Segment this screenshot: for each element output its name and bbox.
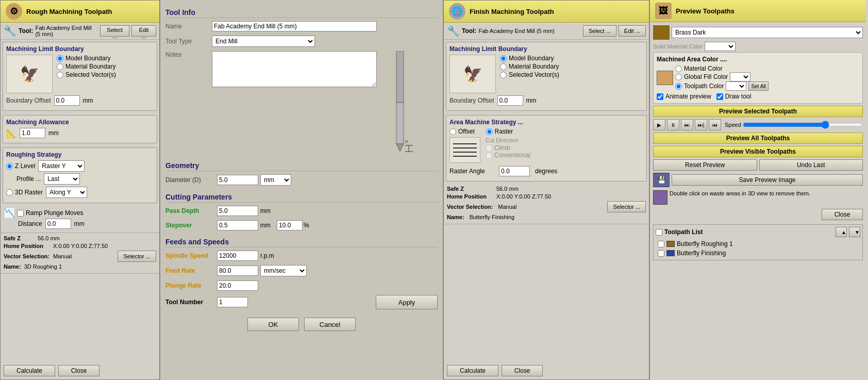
conventional-radio[interactable]: Conventional — [486, 152, 530, 159]
z-level-select[interactable]: Raster YRaster XOffset — [38, 160, 85, 172]
conventional-label: Conventional — [494, 152, 530, 159]
tool-name-input[interactable] — [212, 21, 377, 31]
finish-select-btn[interactable]: Select ... — [583, 25, 616, 37]
finish-boundary-model[interactable]: Model Boundary — [500, 55, 559, 62]
draw-tool-label: Draw tool — [725, 93, 752, 100]
preview-icon: 🖼 — [655, 3, 672, 19]
stepover-pct-symbol: % — [304, 222, 309, 229]
vector-sel-label-left: Vector Selection: — [4, 253, 50, 259]
apply-btn[interactable]: Apply — [376, 295, 438, 309]
finish-close-btn[interactable]: Close — [502, 365, 543, 376]
solid-material-select[interactable] — [705, 42, 736, 51]
pass-depth-input[interactable] — [217, 206, 258, 216]
plunge-input[interactable] — [217, 280, 258, 291]
skip-btn[interactable]: ⏭ — [681, 119, 693, 130]
vector-sel-value-left: Manual — [53, 253, 72, 259]
animate-preview-label: Animate preview — [665, 93, 711, 100]
distance-label: Distance — [18, 220, 42, 227]
boundary-model[interactable]: Model Boundary — [57, 55, 116, 62]
finish-vector-value: Manual — [498, 204, 516, 210]
selector-btn-left[interactable]: Selector ... — [118, 251, 156, 262]
finish-boundary-vector[interactable]: Selected Vector(s) — [500, 71, 559, 78]
save-preview-btn[interactable]: Save Preview Image — [672, 174, 863, 186]
cut-direction-radios: Cut Direction Climb Conventional — [486, 137, 530, 163]
tool-type-select[interactable]: End MillBall NoseV-BitEngraving — [212, 36, 315, 47]
skip-end-btn[interactable]: ⏭| — [695, 119, 707, 130]
preview-close-btn[interactable]: Close — [822, 209, 863, 220]
undo-last-btn[interactable]: Undo Last — [759, 159, 863, 171]
offset-label: Offset — [458, 128, 475, 135]
toolpath-color-select[interactable] — [726, 81, 746, 91]
toolpath-list-check[interactable] — [656, 229, 662, 236]
left-close-btn[interactable]: Close — [58, 365, 99, 376]
left-select-btn[interactable]: Select ... — [100, 25, 129, 37]
distance-input[interactable] — [45, 219, 71, 229]
boundary-material[interactable]: Material Boundary — [57, 63, 116, 70]
offset-radio[interactable]: Offset — [449, 128, 475, 135]
diameter-input[interactable] — [217, 175, 258, 185]
global-fill-radio[interactable]: Global Fill Color — [675, 72, 769, 81]
raster-radio[interactable]: Raster — [486, 128, 513, 135]
global-fill-select[interactable] — [730, 72, 750, 81]
feed-rate-row: Feed Rate mm/secmm/minin/sec — [165, 265, 438, 276]
toolpath-down-btn[interactable]: ▼ — [849, 227, 860, 237]
svg-text:D: D — [405, 139, 408, 144]
boundary-vector[interactable]: Selected Vector(s) — [57, 71, 116, 78]
solid-material-row: Solid Material Color — [653, 42, 863, 51]
toolpath-color-radio[interactable]: Toolpath Color Set All — [675, 81, 769, 91]
left-calculate-btn[interactable]: Calculate — [4, 365, 55, 376]
finish-tool-row: 🔧 Tool: Fab Academy End Mill (5 mm) Sele… — [444, 23, 649, 40]
stepover-pct-input[interactable] — [277, 220, 303, 230]
raster-3d-select[interactable]: Along YAlong X — [46, 187, 87, 198]
finish-edit-btn[interactable]: Edit ... — [619, 25, 646, 37]
ramp-plunge-checkbox[interactable]: Ramp Plunge Moves — [17, 209, 83, 217]
notes-textarea[interactable] — [212, 51, 377, 87]
preview-all-btn[interactable]: Preview All Toolpaths — [653, 133, 863, 144]
cancel-btn[interactable]: Cancel — [304, 318, 356, 331]
reset-preview-btn[interactable]: Reset Preview — [653, 159, 757, 171]
material-select[interactable]: Brass DarkBrass LightAluminumWood — [672, 27, 863, 38]
left-tool-name: Fab Academy End Mill (5 mm) — [35, 25, 98, 37]
feed-input[interactable] — [217, 266, 258, 276]
diameter-unit-select[interactable]: mminches — [260, 174, 291, 186]
z-level-radio[interactable]: Z Level — [6, 162, 35, 170]
reset-btn[interactable]: ⏮ — [709, 119, 721, 130]
speed-slider[interactable] — [743, 121, 863, 128]
animate-preview-check[interactable]: Animate preview — [657, 93, 711, 100]
play-btn[interactable]: ▶ — [653, 119, 665, 130]
profile-select[interactable]: LastFirstNone — [44, 173, 80, 185]
set-all-btn[interactable]: Set All — [748, 81, 768, 91]
left-edit-btn[interactable]: Edit ... — [131, 25, 156, 37]
boundary-offset-label: Boundary Offset — [6, 97, 51, 104]
tool-number-input[interactable] — [217, 297, 248, 307]
finish-machining-panel: 🌐 Finish Machining Toolpath 🔧 Tool: Fab … — [443, 0, 649, 380]
finish-calculate-btn[interactable]: Calculate — [447, 365, 498, 376]
toolpath-up-btn[interactable]: ▲ — [836, 227, 847, 237]
boundary-offset-unit: mm — [83, 97, 93, 104]
ok-btn[interactable]: OK — [247, 318, 299, 331]
pause-btn[interactable]: ⏸ — [667, 119, 679, 130]
machined-area-section: Machined Area Color .... Material Color … — [653, 52, 863, 104]
finish-boundary-offset-input[interactable] — [497, 95, 523, 106]
raster-angle-input[interactable] — [499, 166, 530, 176]
finish-boundary-material[interactable]: Material Boundary — [500, 63, 559, 70]
climb-radio[interactable]: Climb — [486, 144, 530, 152]
boundary-offset-input[interactable] — [54, 95, 80, 106]
tool-image-area: D — [387, 51, 413, 154]
preview-selected-btn[interactable]: Preview Selected Toolpath — [653, 106, 863, 117]
stepover-input[interactable] — [217, 220, 258, 230]
allowance-input[interactable] — [20, 128, 45, 138]
draw-tool-check[interactable]: Draw tool — [716, 93, 752, 100]
toolpath-finishing-check[interactable] — [658, 250, 664, 257]
distance-unit: mm — [74, 220, 85, 227]
preview-visible-btn[interactable]: Preview Visible Toolpaths — [653, 146, 863, 157]
plunge-rate-row: Plunge Rate — [165, 280, 438, 291]
feed-unit-select[interactable]: mm/secmm/minin/sec — [260, 265, 307, 276]
material-color-radio[interactable]: Material Color — [675, 65, 769, 72]
finish-selector-btn[interactable]: Selector ... — [607, 201, 646, 212]
cutting-params-section: Cutting Parameters Pass Depth mm Stepove… — [165, 190, 438, 230]
raster-3d-radio[interactable]: 3D Raster — [6, 189, 43, 196]
tool-number-row: Tool Number Apply — [165, 295, 438, 309]
toolpath-roughing-check[interactable] — [658, 241, 664, 247]
spindle-input[interactable] — [217, 251, 258, 261]
